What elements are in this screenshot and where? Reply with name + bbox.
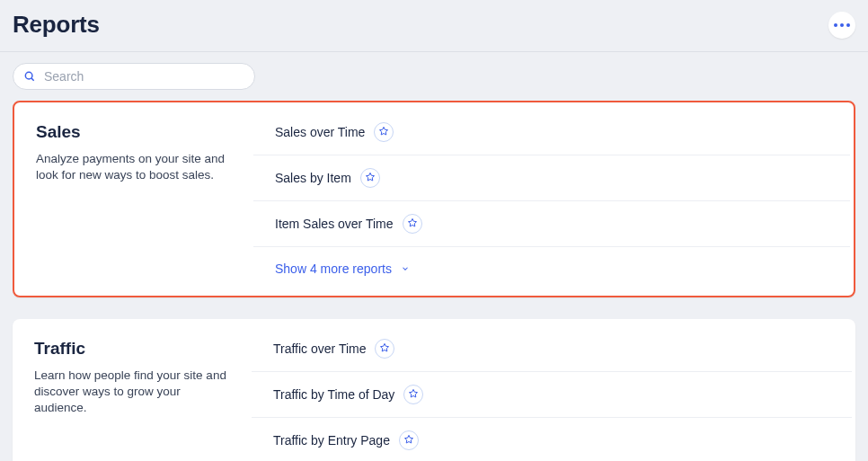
- star-icon: [378, 126, 389, 139]
- report-row: Sales by Item: [253, 155, 850, 201]
- svg-marker-6: [410, 389, 418, 397]
- svg-marker-5: [381, 343, 389, 351]
- report-link-item-sales-over-time[interactable]: Item Sales over Time: [275, 217, 394, 231]
- section-sales-reports: Sales over Time Sales by Item Item Sales…: [253, 122, 854, 285]
- section-title: Traffic: [34, 339, 230, 359]
- section-traffic-header: Traffic Learn how people find your site …: [13, 339, 252, 461]
- chevron-down-icon: [401, 264, 410, 273]
- more-options-button[interactable]: [828, 12, 855, 39]
- report-sections: Sales Analyze payments on your site and …: [0, 101, 868, 461]
- search-input[interactable]: [13, 63, 255, 90]
- report-row: Sales over Time: [253, 122, 850, 155]
- star-icon: [379, 342, 390, 356]
- star-icon: [365, 172, 376, 185]
- page-header: Reports: [0, 0, 868, 52]
- star-icon: [408, 388, 419, 402]
- more-horizontal-icon: [834, 23, 850, 27]
- section-traffic: Traffic Learn how people find your site …: [13, 319, 855, 461]
- favorite-button[interactable]: [360, 168, 380, 188]
- section-traffic-reports: Traffic over Time Traffic by Time of Day…: [252, 339, 855, 461]
- report-link-traffic-by-entry-page[interactable]: Traffic by Entry Page: [273, 433, 390, 448]
- favorite-button[interactable]: [403, 385, 423, 404]
- star-icon: [407, 217, 418, 231]
- report-link-sales-by-item[interactable]: Sales by Item: [275, 171, 351, 185]
- svg-marker-4: [408, 218, 416, 226]
- favorite-button[interactable]: [399, 430, 419, 450]
- search-icon: [23, 70, 36, 83]
- section-sales: Sales Analyze payments on your site and …: [13, 101, 855, 297]
- page-title: Reports: [13, 11, 100, 39]
- show-more-label: Show 4 more reports: [275, 262, 392, 276]
- report-link-sales-over-time[interactable]: Sales over Time: [275, 125, 365, 139]
- show-more-reports[interactable]: Show 4 more reports: [253, 247, 850, 285]
- searchbar: [13, 63, 255, 90]
- favorite-button[interactable]: [374, 122, 394, 142]
- section-description: Learn how people find your site and disc…: [34, 368, 230, 417]
- report-row: Item Sales over Time: [253, 201, 850, 247]
- svg-line-1: [31, 78, 34, 81]
- section-title: Sales: [36, 122, 232, 142]
- svg-marker-7: [404, 435, 412, 443]
- report-link-traffic-over-time[interactable]: Traffic over Time: [273, 341, 366, 356]
- star-icon: [403, 434, 414, 448]
- favorite-button[interactable]: [403, 214, 422, 234]
- report-row: Traffic by Entry Page: [252, 418, 852, 461]
- report-link-traffic-by-time-of-day[interactable]: Traffic by Time of Day: [273, 387, 394, 402]
- report-row: Traffic over Time: [252, 339, 852, 372]
- report-row: Traffic by Time of Day: [252, 372, 852, 418]
- favorite-button[interactable]: [375, 339, 394, 359]
- section-description: Analyze payments on your site and look f…: [36, 151, 232, 183]
- svg-point-0: [25, 72, 32, 79]
- svg-marker-3: [366, 173, 374, 181]
- section-sales-header: Sales Analyze payments on your site and …: [14, 122, 253, 285]
- svg-marker-2: [380, 127, 388, 135]
- searchbar-container: [0, 52, 868, 101]
